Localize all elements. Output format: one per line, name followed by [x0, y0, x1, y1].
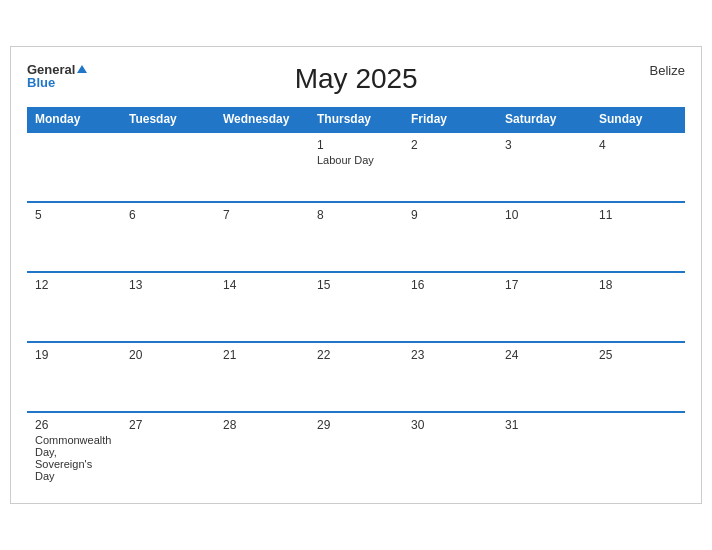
- day-event: Commonwealth Day, Sovereign's Day: [35, 434, 113, 482]
- day-cell: 16: [403, 272, 497, 342]
- day-cell: [215, 132, 309, 202]
- weekday-header-friday: Friday: [403, 107, 497, 132]
- day-cell: 5: [27, 202, 121, 272]
- day-number: 20: [129, 348, 207, 362]
- weekday-header-saturday: Saturday: [497, 107, 591, 132]
- day-cell: 19: [27, 342, 121, 412]
- day-cell: 31: [497, 412, 591, 487]
- week-row-2: 567891011: [27, 202, 685, 272]
- day-number: 11: [599, 208, 677, 222]
- day-cell: 17: [497, 272, 591, 342]
- day-number: 14: [223, 278, 301, 292]
- calendar-header: General Blue May 2025 Belize: [27, 63, 685, 95]
- day-cell: 29: [309, 412, 403, 487]
- day-number: 30: [411, 418, 489, 432]
- day-number: 7: [223, 208, 301, 222]
- day-number: 16: [411, 278, 489, 292]
- weekday-header-thursday: Thursday: [309, 107, 403, 132]
- day-cell: 24: [497, 342, 591, 412]
- day-number: 31: [505, 418, 583, 432]
- day-cell: 2: [403, 132, 497, 202]
- day-cell: 26Commonwealth Day, Sovereign's Day: [27, 412, 121, 487]
- day-cell: 14: [215, 272, 309, 342]
- day-number: 21: [223, 348, 301, 362]
- calendar-title: May 2025: [87, 63, 625, 95]
- day-cell: 6: [121, 202, 215, 272]
- day-cell: 20: [121, 342, 215, 412]
- weekday-header-wednesday: Wednesday: [215, 107, 309, 132]
- day-cell: 9: [403, 202, 497, 272]
- day-cell: 27: [121, 412, 215, 487]
- calendar-grid: MondayTuesdayWednesdayThursdayFridaySatu…: [27, 107, 685, 487]
- calendar-container: General Blue May 2025 Belize MondayTuesd…: [10, 46, 702, 504]
- day-cell: 7: [215, 202, 309, 272]
- day-cell: [591, 412, 685, 487]
- day-cell: [27, 132, 121, 202]
- day-cell: 30: [403, 412, 497, 487]
- day-cell: [121, 132, 215, 202]
- day-cell: 25: [591, 342, 685, 412]
- day-number: 25: [599, 348, 677, 362]
- day-number: 22: [317, 348, 395, 362]
- day-cell: 23: [403, 342, 497, 412]
- logo-triangle-icon: [77, 65, 87, 73]
- day-number: 23: [411, 348, 489, 362]
- day-number: 1: [317, 138, 395, 152]
- day-number: 26: [35, 418, 113, 432]
- day-cell: 28: [215, 412, 309, 487]
- logo: General Blue: [27, 63, 87, 89]
- week-row-3: 12131415161718: [27, 272, 685, 342]
- day-event: Labour Day: [317, 154, 395, 166]
- day-number: 12: [35, 278, 113, 292]
- day-number: 27: [129, 418, 207, 432]
- day-cell: 8: [309, 202, 403, 272]
- day-number: 9: [411, 208, 489, 222]
- day-cell: 1Labour Day: [309, 132, 403, 202]
- day-cell: 21: [215, 342, 309, 412]
- day-number: 13: [129, 278, 207, 292]
- calendar-country: Belize: [625, 63, 685, 78]
- day-cell: 3: [497, 132, 591, 202]
- day-number: 3: [505, 138, 583, 152]
- day-cell: 4: [591, 132, 685, 202]
- day-number: 6: [129, 208, 207, 222]
- weekday-header-tuesday: Tuesday: [121, 107, 215, 132]
- week-row-5: 26Commonwealth Day, Sovereign's Day27282…: [27, 412, 685, 487]
- day-number: 29: [317, 418, 395, 432]
- day-number: 4: [599, 138, 677, 152]
- day-number: 15: [317, 278, 395, 292]
- weekday-header-row: MondayTuesdayWednesdayThursdayFridaySatu…: [27, 107, 685, 132]
- day-number: 28: [223, 418, 301, 432]
- weekday-header-sunday: Sunday: [591, 107, 685, 132]
- day-number: 10: [505, 208, 583, 222]
- weekday-header-monday: Monday: [27, 107, 121, 132]
- day-number: 17: [505, 278, 583, 292]
- day-number: 19: [35, 348, 113, 362]
- day-cell: 13: [121, 272, 215, 342]
- logo-blue-text: Blue: [27, 76, 87, 89]
- day-number: 18: [599, 278, 677, 292]
- day-cell: 15: [309, 272, 403, 342]
- day-number: 5: [35, 208, 113, 222]
- day-cell: 11: [591, 202, 685, 272]
- day-cell: 10: [497, 202, 591, 272]
- day-number: 2: [411, 138, 489, 152]
- day-cell: 12: [27, 272, 121, 342]
- day-number: 8: [317, 208, 395, 222]
- week-row-4: 19202122232425: [27, 342, 685, 412]
- week-row-1: 1Labour Day234: [27, 132, 685, 202]
- day-number: 24: [505, 348, 583, 362]
- day-cell: 22: [309, 342, 403, 412]
- day-cell: 18: [591, 272, 685, 342]
